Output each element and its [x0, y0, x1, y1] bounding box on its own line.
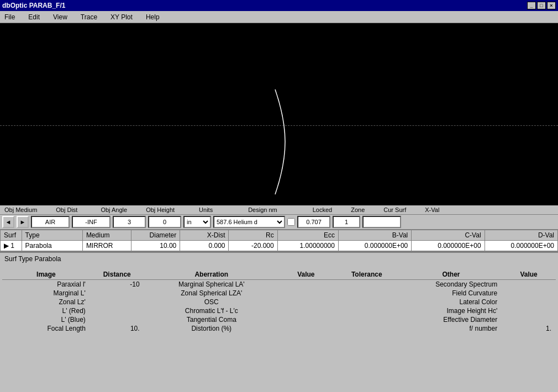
surface-data-table: Surf Type Medium Diameter X-Dist Rc Ecc …	[0, 230, 558, 251]
bt-other: Field Curvature	[401, 289, 502, 298]
menu-view[interactable]: View	[51, 12, 70, 22]
bottom-header-tolerance: Tolerance	[333, 269, 401, 280]
bt-other-value: 1.	[502, 324, 556, 333]
aberration-row: Marginal L' Zonal Spherical LZA' Field C…	[2, 289, 556, 298]
units-select[interactable]: in mm cm	[183, 216, 211, 228]
menu-file[interactable]: File	[2, 12, 17, 22]
design-nm-label: Design nm	[246, 206, 280, 213]
bt-distance	[90, 306, 144, 315]
aberration-table: Image Distance Aberration Value Toleranc…	[2, 269, 556, 333]
close-button[interactable]: ×	[547, 2, 556, 9]
cell-bval: 0.000000E+00	[338, 241, 411, 251]
bottom-header-image: Image	[2, 269, 90, 280]
title-bar: dbOptic PARAB_F/1 _ □ ×	[0, 0, 558, 11]
bt-other-value	[502, 298, 556, 306]
bt-other-value	[502, 289, 556, 298]
bt-aberration: Tangential Coma	[144, 315, 279, 324]
cell-type: Parabola	[22, 241, 82, 251]
menu-xyplot[interactable]: XY Plot	[108, 12, 135, 22]
col-header-ecc: Ecc	[277, 230, 338, 241]
bt-image: L' (Blue)	[2, 315, 90, 324]
bt-other-value	[502, 306, 556, 315]
bt-distance	[90, 289, 144, 298]
bt-other-value	[502, 280, 556, 289]
bottom-header-aberration: Aberration	[144, 269, 279, 280]
minimize-button[interactable]: _	[527, 2, 536, 9]
obj-height-input[interactable]	[148, 216, 181, 228]
maximize-button[interactable]: □	[537, 2, 546, 9]
nav-prev-button[interactable]: ◄	[2, 216, 14, 228]
bt-other: Secondary Spectrum	[401, 280, 502, 289]
col-header-xdist: X-Dist	[180, 230, 229, 241]
zone-input[interactable]	[297, 216, 330, 228]
menu-help[interactable]: Help	[144, 12, 162, 22]
bt-distance	[90, 298, 144, 306]
obj-medium-label: Obj Medium	[2, 206, 39, 213]
cell-rc: -20.000	[229, 241, 277, 251]
obj-angle-label: Obj Angle	[98, 206, 129, 213]
aberration-row: Focal Length 10. Distortion (%) f/ numbe…	[2, 324, 556, 333]
table-row[interactable]: ▶ 1 Parabola MIRROR 10.00 0.000 -20.000 …	[1, 241, 558, 251]
cell-arrow: ▶ 1	[1, 241, 22, 251]
col-header-medium: Medium	[82, 230, 131, 241]
obj-angle-input[interactable]	[113, 216, 146, 228]
obj-dist-label: Obj Dist	[54, 206, 80, 213]
bt-other: Image Height Hc'	[401, 306, 502, 315]
obj-dist-input[interactable]	[72, 216, 110, 228]
bt-aberration: Chromatic L'f - L'c	[144, 306, 279, 315]
bt-distance: 10.	[90, 324, 144, 333]
x-val-label: X-Val	[423, 206, 441, 213]
menu-edit[interactable]: Edit	[26, 12, 42, 22]
cell-cval: 0.000000E+00	[412, 241, 485, 251]
bt-tolerance	[333, 280, 401, 289]
cell-diameter: 10.00	[131, 241, 180, 251]
col-header-cval: C-Val	[412, 230, 485, 241]
menu-trace[interactable]: Trace	[78, 12, 99, 22]
nav-next-button[interactable]: ►	[17, 216, 29, 228]
col-header-type: Type	[22, 230, 82, 241]
cell-medium: MIRROR	[82, 241, 131, 251]
col-header-bval: B-Val	[338, 230, 411, 241]
col-header-surf: Surf	[1, 230, 22, 241]
col-header-dval: D-Val	[485, 230, 557, 241]
col-header-diameter: Diameter	[131, 230, 180, 241]
bt-image: L' (Red)	[2, 306, 90, 315]
bottom-panel: Image Distance Aberration Value Toleranc…	[0, 265, 558, 392]
bt-image: Paraxial l'	[2, 280, 90, 289]
bt-tolerance	[333, 324, 401, 333]
bt-tolerance	[333, 315, 401, 324]
bt-tolerance	[333, 289, 401, 298]
design-nm-select[interactable]: 587.6 Helium d	[213, 216, 285, 228]
locked-checkbox[interactable]	[287, 218, 295, 226]
zone-label: Zone	[349, 206, 367, 213]
bt-image: Focal Length	[2, 324, 90, 333]
bt-other: f/ number	[401, 324, 502, 333]
aberration-row: L' (Blue) Tangential Coma Effective Diam…	[2, 315, 556, 324]
bt-image: Zonal Lz'	[2, 298, 90, 306]
aberration-row: L' (Red) Chromatic L'f - L'c Image Heigh…	[2, 306, 556, 315]
bt-aberration: Marginal Spherical LA'	[144, 280, 279, 289]
bt-distance: -10	[90, 280, 144, 289]
bt-value	[279, 306, 333, 315]
col-header-rc: Rc	[229, 230, 277, 241]
cell-ecc: 1.00000000	[277, 241, 338, 251]
bt-distance	[90, 315, 144, 324]
x-val-input[interactable]	[362, 216, 401, 228]
units-label: Units	[197, 206, 215, 213]
cell-xdist: 0.000	[180, 241, 229, 251]
bt-aberration: Distortion (%)	[144, 324, 279, 333]
bt-other: Lateral Color	[401, 298, 502, 306]
bt-value	[279, 315, 333, 324]
obj-medium-input[interactable]	[31, 216, 70, 228]
canvas-area	[0, 23, 558, 205]
cell-dval: 0.000000E+00	[485, 241, 557, 251]
bt-other-value	[502, 315, 556, 324]
bt-tolerance	[333, 306, 401, 315]
locked-label: Locked	[310, 206, 334, 213]
cur-surf-input[interactable]	[333, 216, 360, 228]
bt-value	[279, 280, 333, 289]
bt-value	[279, 289, 333, 298]
cur-surf-label: Cur Surf	[381, 206, 408, 213]
bt-image: Marginal L'	[2, 289, 90, 298]
optical-curve-svg	[0, 23, 558, 205]
